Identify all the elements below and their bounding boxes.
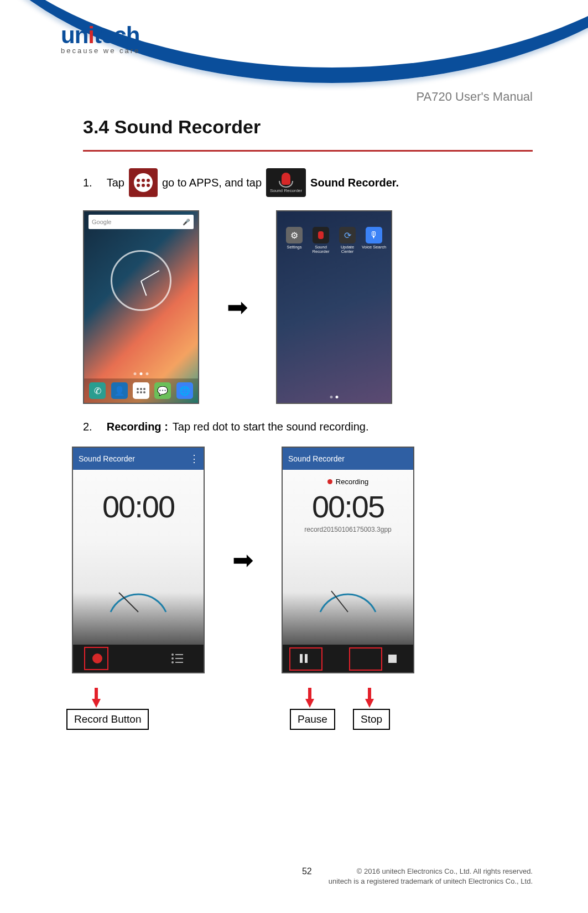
- page-indicator: [134, 372, 149, 375]
- microphone-icon: [282, 173, 290, 185]
- figure-row-1: Google 🎤 ✆ 👤 💬 🌐 ➡: [83, 210, 533, 404]
- copyright-line1: © 2016 unitech Electronics Co., Ltd. All…: [329, 867, 533, 876]
- gear-icon: ⚙: [286, 227, 303, 243]
- update-icon: ⟳: [339, 227, 356, 243]
- recording-indicator-icon: [327, 479, 332, 484]
- vu-meter-gauge: [102, 579, 174, 615]
- page-indicator: [330, 396, 339, 398]
- step-1-number: 1.: [83, 177, 92, 189]
- microphone-icon: 🎤: [183, 219, 190, 226]
- recorder-timer: 00:05: [312, 489, 384, 525]
- recorder-title: Sound Recorder: [79, 454, 135, 463]
- pause-icon: [300, 654, 308, 663]
- clock-widget: [111, 250, 171, 311]
- apps-drawer-figure: ⚙ Settings Sound Recorder ⟳ Update Cente…: [276, 210, 392, 404]
- messages-icon: 💬: [154, 382, 171, 399]
- content: 3.4 Sound Recorder 1. Tap go to APPS, an…: [83, 116, 533, 731]
- copyright: © 2016 unitech Electronics Co., Ltd. All…: [329, 867, 533, 886]
- section-rule: [83, 150, 533, 152]
- app-settings: ⚙ Settings: [282, 227, 307, 253]
- recorder-header: Sound Recorder ⋮: [73, 448, 204, 470]
- stop-icon: [388, 655, 397, 663]
- step-2-number: 2.: [83, 421, 92, 433]
- app-sound-recorder: Sound Recorder: [308, 227, 334, 253]
- step-1: 1. Tap go to APPS, and tap Sound Recorde…: [83, 168, 533, 197]
- app-voice-search: 🎙 Voice Search: [361, 227, 387, 253]
- stop-button-callout: Stop: [353, 709, 390, 730]
- step-1-text-c: Sound Recorder.: [310, 177, 399, 189]
- app-update-center: ⟳ Update Center: [335, 227, 360, 253]
- recorder-body: Recording 00:05 record20150106175003.3gp…: [283, 470, 413, 645]
- recorder-body: 00:00: [73, 470, 204, 645]
- arrow-right-icon: ➡: [232, 545, 254, 575]
- logo-text-post: tech: [94, 22, 139, 48]
- recorder-idle-wrapper: Sound Recorder ⋮ 00:00: [72, 447, 205, 673]
- app-label: Settings: [287, 245, 301, 250]
- callout-col-record: Record Button: [72, 687, 205, 731]
- page-footer: 52 © 2016 unitech Electronics Co., Ltd. …: [0, 867, 533, 886]
- apps-launcher-icon: [129, 168, 158, 197]
- recorder-idle-figure: Sound Recorder ⋮ 00:00: [72, 447, 205, 673]
- section-heading: 3.4 Sound Recorder: [83, 116, 533, 138]
- recordings-list-button: [167, 649, 187, 668]
- logo-dot: i: [88, 22, 94, 48]
- home-screen-figure: Google 🎤 ✆ 👤 💬 🌐: [83, 210, 199, 404]
- home-dock: ✆ 👤 💬 🌐: [84, 378, 198, 403]
- apps-grid-icon: [134, 173, 153, 192]
- pause-button: [294, 649, 314, 668]
- recorder-footer: [73, 645, 204, 672]
- page-number: 52: [302, 867, 312, 876]
- arrow-down-icon: [305, 699, 314, 708]
- home-search-placeholder: Google: [92, 219, 111, 225]
- record-icon: [92, 653, 102, 663]
- step-1-text-b: go to APPS, and tap: [162, 177, 262, 189]
- recorder-header: Sound Recorder: [283, 448, 413, 470]
- microphone-icon: [313, 227, 329, 243]
- home-search-bar: Google 🎤: [89, 215, 194, 229]
- recorder-filename: record20150106175003.3gpp: [304, 526, 391, 535]
- home-wallpaper: Google 🎤 ✆ 👤 💬 🌐: [84, 211, 198, 403]
- step-1-text-a: Tap: [107, 177, 124, 189]
- voice-search-icon: 🎙: [366, 227, 382, 243]
- stop-button: [382, 649, 402, 668]
- record-button: [87, 649, 107, 668]
- apps-launcher-icon: [133, 382, 149, 399]
- step-2-bold: Recording :: [107, 421, 168, 433]
- logo: unitech because we care: [61, 22, 140, 55]
- recorder-active-wrapper: Sound Recorder Recording 00:05 record201…: [282, 447, 414, 673]
- logo-tagline: because we care: [61, 46, 140, 55]
- step-2-text: Tap red dot to start the sound recording…: [173, 421, 369, 433]
- list-icon: [171, 653, 183, 663]
- logo-text-pre: un: [61, 22, 88, 48]
- spacer: [232, 687, 258, 731]
- figure-row-2: Sound Recorder ⋮ 00:00: [72, 447, 533, 673]
- callout-col-pause-stop: Pause Stop: [285, 687, 418, 731]
- recorder-status: Recording: [327, 476, 368, 486]
- apps-grid: ⚙ Settings Sound Recorder ⟳ Update Cente…: [282, 227, 387, 253]
- apps-drawer: ⚙ Settings Sound Recorder ⟳ Update Cente…: [277, 211, 391, 403]
- recorder-status-text: Recording: [336, 478, 368, 486]
- sound-recorder-icon-label: Sound Recorder: [270, 188, 302, 193]
- app-label: Update Center: [335, 245, 360, 253]
- app-label: Sound Recorder: [308, 245, 334, 253]
- pause-button-callout: Pause: [290, 709, 335, 730]
- arrow-down-icon: [365, 699, 374, 708]
- callouts-row: Record Button Pause Stop: [72, 687, 533, 731]
- recorder-active-figure: Sound Recorder Recording 00:05 record201…: [282, 447, 414, 673]
- arrow-down-icon: [92, 699, 101, 708]
- browser-icon: 🌐: [176, 382, 193, 399]
- contacts-icon: 👤: [111, 382, 128, 399]
- vu-meter-gauge: [312, 579, 384, 615]
- phone-icon: ✆: [89, 382, 106, 399]
- document-title: PA720 User's Manual: [417, 90, 533, 104]
- recorder-title: Sound Recorder: [288, 454, 345, 463]
- sound-recorder-icon: Sound Recorder: [266, 168, 306, 197]
- overflow-menu-icon: ⋮: [189, 453, 198, 465]
- arrow-right-icon: ➡: [227, 292, 248, 322]
- logo-brand: unitech: [61, 22, 140, 49]
- copyright-line2: unitech is a registered trademark of uni…: [329, 876, 533, 886]
- step-2: 2. Recording : Tap red dot to start the …: [83, 421, 533, 433]
- recorder-footer: [283, 645, 413, 672]
- recorder-timer: 00:00: [102, 489, 174, 525]
- record-button-callout: Record Button: [66, 709, 149, 730]
